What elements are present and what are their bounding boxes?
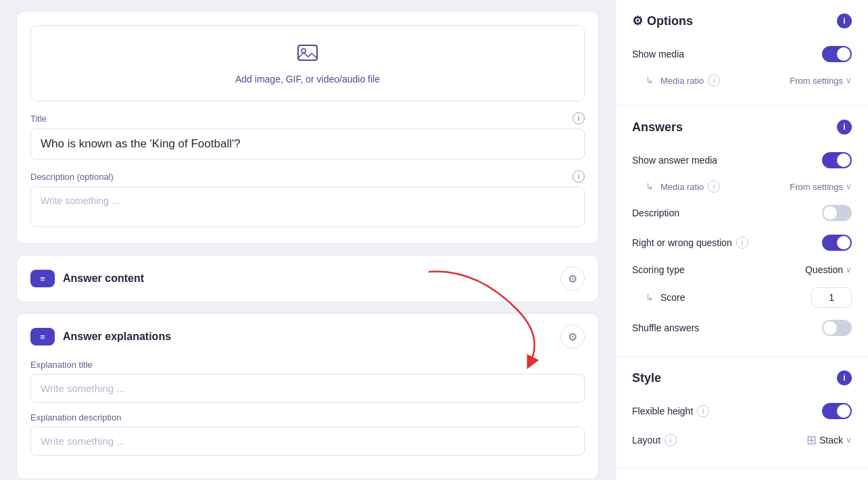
show-media-row: Show media (632, 39, 852, 69)
score-input[interactable] (811, 287, 852, 308)
description-label: Description (optional) (30, 172, 114, 182)
gear-icon-2: ⚙ (568, 331, 577, 343)
layout-label: Layout (632, 435, 660, 446)
layout-row: Layout i ⊞ Stack ∨ (632, 426, 852, 454)
answer-content-icon-pill: ≡ (30, 270, 55, 287)
image-upload-icon (297, 42, 318, 68)
description-input[interactable] (30, 187, 585, 227)
description-label: Description (632, 208, 679, 218)
right-or-wrong-label-group: Right or wrong question i (632, 237, 748, 249)
explanation-desc-field: Explanation description (30, 412, 585, 456)
options-title-text: Options (647, 14, 693, 28)
question-card: Add image, GIF, or video/audio file Titl… (16, 11, 599, 244)
indent-arrow-icon: ↳ (646, 75, 654, 86)
score-label-group: ↳ Score (646, 292, 685, 303)
explanation-title-input[interactable] (30, 374, 585, 403)
chevron-down-icon-2: ∨ (846, 182, 852, 191)
style-section: Style i Flexible height i Layout i ⊞ Sta… (616, 357, 868, 469)
answer-explanations-title: Answer explanations (63, 331, 171, 343)
answer-media-ratio-row: ↳ Media ratio i From settings ∨ (632, 175, 852, 198)
answer-media-ratio-dropdown[interactable]: From settings ∨ (790, 182, 852, 192)
explanation-title-label: Explanation title (30, 360, 93, 370)
answer-media-ratio-label: Media ratio (660, 182, 704, 192)
show-media-toggle[interactable] (822, 46, 852, 62)
list-icon-2: ≡ (40, 332, 45, 342)
explanation-desc-input[interactable] (30, 427, 585, 456)
answer-content-header-left: ≡ Answer content (30, 270, 144, 287)
layout-label-group: Layout i (632, 434, 677, 446)
main-content: Add image, GIF, or video/audio file Titl… (0, 0, 615, 480)
description-label-row: Description (optional) i (30, 170, 585, 183)
shuffle-answers-row: Shuffle answers (632, 313, 852, 343)
scoring-type-row: Scoring type Question ∨ (632, 258, 852, 282)
media-upload-area[interactable]: Add image, GIF, or video/audio file (30, 25, 585, 101)
layout-dropdown[interactable]: ⊞ Stack ∨ (806, 433, 852, 448)
score-label: Score (660, 292, 685, 303)
answer-content-card: ≡ Answer content ⚙ (16, 255, 599, 302)
answer-media-ratio-value: From settings (790, 182, 843, 192)
scoring-type-value: Question (805, 264, 843, 275)
show-answer-media-toggle[interactable] (822, 152, 852, 168)
description-toggle[interactable] (822, 205, 852, 221)
description-info-icon[interactable]: i (573, 170, 585, 183)
answer-explanations-card: ≡ Answer explanations ⚙ Explanation titl… (16, 313, 599, 479)
show-media-label: Show media (632, 49, 684, 59)
indent-arrow-icon-2: ↳ (646, 181, 654, 192)
show-answer-media-row: Show answer media (632, 145, 852, 175)
style-title-text: Style (632, 371, 661, 385)
shuffle-answers-toggle[interactable] (822, 320, 852, 336)
layout-chevron: ∨ (846, 435, 852, 445)
options-section: ⚙Options i Show media ↳ Media ratio i Fr… (616, 0, 868, 106)
flexible-height-label-group: Flexible height i (632, 405, 709, 417)
options-info-icon[interactable]: i (837, 14, 852, 28)
show-answer-media-label: Show answer media (632, 155, 717, 166)
layout-info-icon[interactable]: i (665, 434, 677, 446)
answer-explanations-icon-pill: ≡ (30, 328, 55, 345)
answers-section: Answers i Show answer media ↳ Media rati… (616, 106, 868, 357)
answer-media-ratio-label-group: ↳ Media ratio i (646, 181, 720, 193)
answer-content-wrapper: ≡ Answer content ⚙ (16, 255, 599, 302)
flexible-height-label: Flexible height (632, 406, 693, 416)
style-info-icon[interactable]: i (837, 370, 852, 385)
shuffle-answers-label: Shuffle answers (632, 322, 699, 333)
flexible-height-row: Flexible height i (632, 396, 852, 426)
media-ratio-value: From settings (790, 76, 843, 86)
explanations-content: Explanation title Explanation descriptio… (17, 360, 598, 479)
flexible-height-toggle[interactable] (822, 403, 852, 419)
title-input[interactable] (30, 128, 585, 160)
options-icon: ⚙ (632, 14, 643, 28)
explanation-desc-label: Explanation description (30, 412, 121, 423)
media-ratio-dropdown[interactable]: From settings ∨ (790, 76, 852, 86)
style-section-title: Style i (632, 370, 852, 385)
media-upload-label: Add image, GIF, or video/audio file (235, 74, 380, 85)
layout-grid-icon: ⊞ (806, 433, 817, 448)
right-or-wrong-label: Right or wrong question (632, 237, 732, 248)
answer-content-gear-button[interactable]: ⚙ (560, 266, 585, 291)
right-or-wrong-info-icon[interactable]: i (736, 237, 748, 249)
list-icon: ≡ (40, 274, 45, 284)
answers-section-title: Answers i (632, 120, 852, 135)
media-ratio-info-icon[interactable]: i (708, 74, 720, 87)
title-label-row: Title i (30, 112, 585, 124)
explanation-title-label-row: Explanation title (30, 360, 585, 370)
answer-explanations-gear-button[interactable]: ⚙ (560, 325, 585, 349)
answer-explanations-header: ≡ Answer explanations ⚙ (17, 314, 598, 360)
chevron-down-icon: ∨ (846, 76, 852, 85)
right-or-wrong-row: Right or wrong question i (632, 228, 852, 258)
svg-rect-0 (298, 45, 317, 60)
answer-media-ratio-info-icon[interactable]: i (708, 181, 720, 193)
score-indent-arrow: ↳ (646, 292, 654, 303)
flexible-height-info-icon[interactable]: i (697, 405, 709, 417)
scoring-type-label: Scoring type (632, 264, 685, 275)
answer-content-title: Answer content (63, 272, 144, 285)
title-info-icon[interactable]: i (573, 112, 585, 124)
explanation-title-field: Explanation title (30, 360, 585, 403)
layout-value: Stack (819, 435, 843, 446)
gear-icon: ⚙ (568, 272, 577, 285)
sidebar: ⚙Options i Show media ↳ Media ratio i Fr… (615, 0, 868, 480)
right-or-wrong-toggle[interactable] (822, 235, 852, 251)
answers-info-icon[interactable]: i (837, 120, 852, 135)
media-ratio-label-group: ↳ Media ratio i (646, 74, 720, 87)
scoring-type-dropdown[interactable]: Question ∨ (805, 264, 852, 275)
description-row: Description (632, 198, 852, 228)
